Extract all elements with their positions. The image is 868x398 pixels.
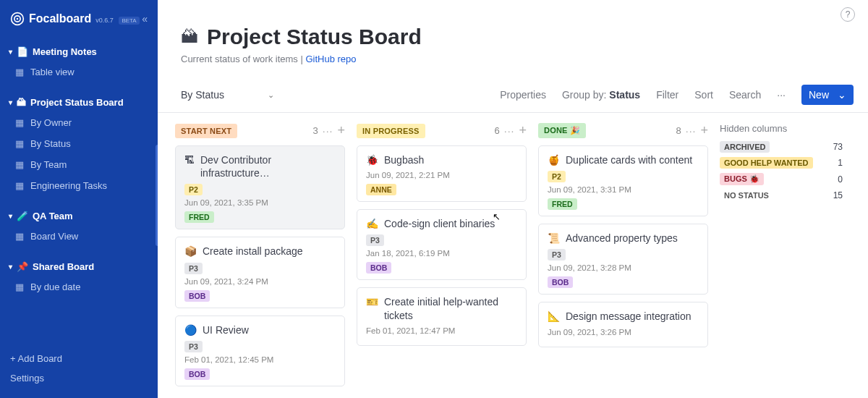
board-column: DONE 🎉8···+🍯Duplicate cards with content…: [538, 123, 708, 398]
hidden-column-count: 1: [838, 158, 843, 168]
column-more-icon[interactable]: ···: [504, 125, 515, 137]
owner-badge: BOB: [184, 368, 210, 380]
card[interactable]: 🎫Create initial help-wanted ticketsFeb 0…: [357, 287, 527, 345]
search-button[interactable]: Search: [729, 89, 761, 101]
card-title: Advanced property types: [566, 232, 678, 245]
chevron-down-icon: ▾: [9, 98, 12, 106]
card-icon: 🍯: [548, 153, 560, 166]
owner-badge: BOB: [366, 262, 391, 274]
column-count: 8: [676, 125, 681, 136]
kanban-board: START NEXT3···+🏗Dev Contributor infrastr…: [158, 113, 868, 398]
sidebar-nav: ▾📄Meeting Notes▦Table view▾🏔Project Stat…: [0, 29, 158, 342]
hidden-column-row[interactable]: NO STATUS15: [720, 190, 843, 201]
owner-badge: BOB: [184, 290, 210, 302]
hidden-columns: Hidden columnsARCHIVED73GOOD HELP WANTED…: [720, 123, 843, 398]
priority-badge: P3: [184, 341, 203, 352]
view-icon: ▦: [14, 180, 25, 191]
board-column: IN PROGRESS6···+🐞BugbashJun 09, 2021, 2:…: [357, 123, 527, 398]
sidebar: Focalboard v0.6.7 BETA « ▾📄Meeting Notes…: [0, 0, 158, 398]
hidden-column-row[interactable]: BUGS 🐞0: [720, 173, 843, 185]
sidebar-item[interactable]: ▦By Owner: [0, 112, 158, 133]
view-selector[interactable]: By Status ⌄: [181, 89, 274, 101]
priority-badge: P3: [184, 263, 203, 274]
filter-button[interactable]: Filter: [656, 89, 678, 101]
target-icon: [10, 12, 25, 26]
column-add-icon[interactable]: +: [700, 123, 708, 138]
card-icon: ✍️: [366, 217, 378, 230]
priority-badge: P2: [184, 184, 203, 195]
group-icon: 📄: [17, 46, 28, 57]
column-more-icon[interactable]: ···: [686, 125, 697, 137]
card[interactable]: 📐Design message integrationJun 09, 2021,…: [538, 302, 708, 347]
view-icon: ▦: [14, 281, 25, 292]
card-icon: 📦: [184, 245, 197, 258]
hidden-column-count: 15: [833, 190, 843, 200]
sidebar-item[interactable]: ▦Engineering Tasks: [0, 175, 158, 196]
sidebar-group-header[interactable]: ▾🧪QA Team: [0, 206, 158, 226]
help-icon[interactable]: ?: [841, 7, 855, 22]
board-icon[interactable]: 🏔: [181, 27, 198, 47]
card[interactable]: 📦Create install packageP3Jun 09, 2021, 3…: [175, 237, 345, 308]
settings-link[interactable]: Settings: [10, 368, 148, 388]
card-date: Feb 01, 2021, 12:47 PM: [366, 326, 517, 335]
column-add-icon[interactable]: +: [337, 123, 345, 138]
column-label[interactable]: IN PROGRESS: [357, 124, 425, 138]
new-button[interactable]: New ⌄: [801, 85, 854, 105]
sidebar-group-header[interactable]: ▾📄Meeting Notes: [0, 42, 158, 62]
sidebar-header: Focalboard v0.6.7 BETA «: [0, 0, 158, 29]
board-title[interactable]: Project Status Board: [207, 25, 422, 49]
sidebar-item[interactable]: ▦Board View: [0, 226, 158, 247]
column-count: 6: [495, 125, 500, 136]
priority-badge: P3: [548, 249, 566, 261]
collapse-sidebar-icon[interactable]: «: [142, 13, 148, 25]
card-icon: 🎫: [366, 295, 378, 321]
card-icon: 📜: [548, 232, 560, 245]
app-name: Focalboard: [29, 12, 91, 25]
view-icon: ▦: [14, 231, 25, 242]
card-date: Jun 09, 2021, 3:35 PM: [184, 198, 336, 207]
hidden-column-count: 0: [838, 174, 843, 185]
sidebar-item-label: Table view: [30, 67, 75, 77]
sidebar-item-label: Engineering Tasks: [30, 180, 107, 191]
hidden-column-row[interactable]: GOOD HELP WANTED1: [720, 157, 843, 169]
card-date: Jun 09, 2021, 3:24 PM: [184, 277, 336, 286]
column-label[interactable]: START NEXT: [175, 124, 237, 138]
github-repo-link[interactable]: GitHub repo: [305, 54, 356, 64]
column-add-icon[interactable]: +: [519, 123, 527, 138]
hidden-columns-header: Hidden columns: [720, 123, 843, 134]
hidden-column-label: ARCHIVED: [720, 141, 770, 153]
group-label: QA Team: [33, 211, 73, 221]
sidebar-item-label: By Status: [30, 138, 71, 149]
card-icon: 🐞: [366, 153, 378, 166]
card[interactable]: 🏗Dev Contributor infrastructure…P2Jun 09…: [175, 145, 345, 229]
card[interactable]: 🔵UI ReviewP3Feb 01, 2021, 12:45 PMBOB: [175, 316, 345, 386]
sidebar-group-header[interactable]: ▾🏔Project Status Board: [0, 93, 158, 112]
hidden-column-count: 73: [833, 142, 843, 152]
app-logo[interactable]: Focalboard: [10, 12, 91, 26]
sidebar-group-header[interactable]: ▾📌Shared Board: [0, 257, 158, 276]
sort-button[interactable]: Sort: [694, 89, 713, 101]
more-icon[interactable]: ···: [777, 89, 786, 101]
properties-button[interactable]: Properties: [500, 89, 546, 101]
owner-badge: FRED: [548, 198, 577, 210]
card-date: Jun 09, 2021, 3:26 PM: [548, 328, 699, 336]
sidebar-item[interactable]: ▦By Team: [0, 154, 158, 175]
sidebar-item-label: By Owner: [30, 117, 72, 128]
hidden-column-row[interactable]: ARCHIVED73: [720, 141, 843, 153]
sidebar-item[interactable]: ▦By Status: [0, 133, 158, 154]
card[interactable]: ✍️Code-sign client binariesP3Jan 18, 202…: [357, 209, 527, 280]
column-label[interactable]: DONE 🎉: [538, 123, 586, 138]
sidebar-item[interactable]: ▦By due date: [0, 276, 158, 297]
sidebar-item[interactable]: ▦Table view: [0, 62, 158, 82]
add-board-button[interactable]: + Add Board: [10, 349, 148, 368]
priority-badge: P3: [366, 234, 384, 246]
card[interactable]: 📜Advanced property typesP3Jun 09, 2021, …: [538, 224, 708, 295]
group-by-button[interactable]: Group by: Status: [562, 89, 640, 101]
column-more-icon[interactable]: ···: [323, 125, 333, 137]
card-date: Jun 09, 2021, 2:21 PM: [366, 171, 517, 179]
sidebar-footer: + Add Board Settings: [0, 342, 158, 398]
card[interactable]: 🍯Duplicate cards with contentP2Jun 09, 2…: [538, 145, 708, 216]
toolbar: By Status ⌄ Properties Group by: Status …: [158, 72, 868, 113]
version-badge: v0.6.7 BETA: [91, 14, 139, 25]
card[interactable]: 🐞BugbashJun 09, 2021, 2:21 PMANNE: [357, 145, 527, 202]
